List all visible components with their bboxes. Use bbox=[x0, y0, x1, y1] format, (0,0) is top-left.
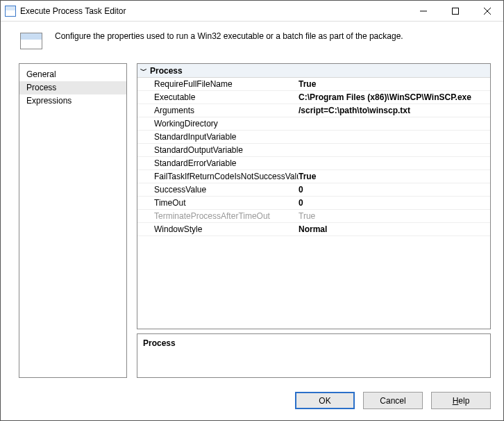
property-row[interactable]: RequireFullFileNameTrue bbox=[137, 78, 490, 91]
app-icon bbox=[5, 6, 16, 17]
property-name: StandardInputVariable bbox=[137, 132, 299, 142]
help-button[interactable]: Help bbox=[431, 392, 491, 409]
help-title: Process bbox=[143, 338, 176, 348]
dialog-footer: OK Cancel Help bbox=[1, 385, 503, 420]
property-row[interactable]: TerminateProcessAfterTimeOutTrue bbox=[137, 210, 490, 223]
property-help-pane: Process bbox=[137, 333, 491, 378]
property-name: FailTaskIfReturnCodeIsNotSuccessValue bbox=[137, 172, 299, 181]
property-row[interactable]: StandardInputVariable bbox=[137, 131, 490, 144]
property-category-header[interactable]: ﹀ Process bbox=[137, 64, 490, 78]
property-row[interactable]: TimeOut0 bbox=[137, 197, 490, 210]
property-row[interactable]: WindowStyleNormal bbox=[137, 223, 490, 236]
window-title: Execute Process Task Editor bbox=[20, 6, 408, 16]
property-row[interactable]: ExecutableC:\Program Files (x86)\WinSCP\… bbox=[137, 91, 490, 104]
property-row[interactable]: FailTaskIfReturnCodeIsNotSuccessValueTru… bbox=[137, 170, 490, 183]
titlebar[interactable]: Execute Process Task Editor bbox=[1, 1, 503, 22]
close-button[interactable] bbox=[471, 1, 503, 21]
property-name: RequireFullFileName bbox=[137, 79, 299, 89]
property-value[interactable]: True bbox=[299, 211, 490, 221]
property-value[interactable]: 0 bbox=[299, 198, 490, 208]
property-name: SuccessValue bbox=[137, 185, 299, 195]
cancel-button[interactable]: Cancel bbox=[363, 392, 423, 409]
property-value[interactable]: True bbox=[299, 79, 490, 89]
header-area: Configure the properties used to run a W… bbox=[1, 22, 503, 63]
property-name: StandardErrorVariable bbox=[137, 158, 299, 168]
property-name: Executable bbox=[137, 92, 299, 102]
minimize-button[interactable] bbox=[408, 1, 439, 21]
property-value[interactable]: C:\Program Files (x86)\WinSCP\WinSCP.exe bbox=[299, 92, 490, 102]
nav-item-expressions[interactable]: Expressions bbox=[26, 94, 119, 108]
svg-rect-1 bbox=[453, 8, 459, 14]
property-value[interactable]: True bbox=[299, 172, 490, 181]
property-name: Arguments bbox=[137, 106, 299, 115]
nav-item-general[interactable]: General bbox=[26, 68, 119, 81]
category-label: Process bbox=[150, 66, 183, 76]
collapse-icon[interactable]: ﹀ bbox=[137, 66, 150, 76]
property-value[interactable]: 0 bbox=[299, 185, 490, 195]
property-name: WindowStyle bbox=[137, 224, 299, 234]
property-row[interactable]: SuccessValue0 bbox=[137, 183, 490, 197]
property-row[interactable]: StandardOutputVariable bbox=[137, 144, 490, 157]
property-name: TerminateProcessAfterTimeOut bbox=[137, 211, 299, 221]
category-nav: GeneralProcessExpressions bbox=[19, 63, 127, 378]
task-icon bbox=[20, 33, 42, 49]
property-name: TimeOut bbox=[137, 198, 299, 208]
property-row[interactable]: WorkingDirectory bbox=[137, 117, 490, 131]
maximize-button[interactable] bbox=[439, 1, 471, 21]
ok-label: OK bbox=[319, 396, 330, 406]
property-row[interactable]: Arguments/script=C:\path\to\winscp.txt bbox=[137, 104, 490, 117]
property-value[interactable]: /script=C:\path\to\winscp.txt bbox=[299, 106, 490, 115]
nav-item-process[interactable]: Process bbox=[19, 81, 126, 94]
ok-button[interactable]: OK bbox=[295, 392, 355, 409]
property-row[interactable]: StandardErrorVariable bbox=[137, 157, 490, 170]
property-name: StandardOutputVariable bbox=[137, 145, 299, 155]
property-name: WorkingDirectory bbox=[137, 119, 299, 129]
property-value[interactable]: Normal bbox=[299, 224, 490, 234]
cancel-label: Cancel bbox=[380, 396, 405, 406]
property-grid[interactable]: ﹀ Process RequireFullFileNameTrueExecuta… bbox=[137, 63, 491, 329]
header-description: Configure the properties used to run a W… bbox=[55, 31, 403, 41]
